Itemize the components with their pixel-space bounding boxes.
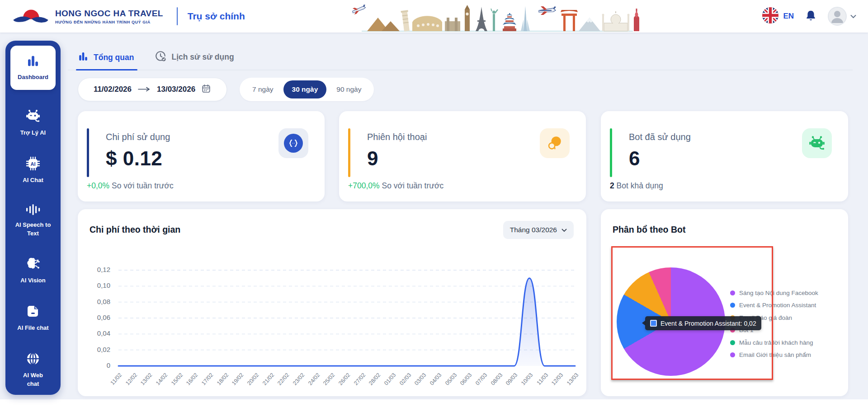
header-actions: EN [762, 0, 856, 33]
robot-icon [802, 128, 832, 158]
x-tick-label: 04/03 [425, 372, 443, 390]
sidebar-item-label: Trợ Lý AI [20, 129, 46, 137]
sidebar-nav: Dashboard Trợ Lý AI [5, 41, 61, 395]
tab-tong-quan[interactable]: Tổng quan [78, 51, 134, 64]
brand: HONG NGOC HA TRAVEL HƯỚNG ĐẾN NHỮNG HÀNH… [12, 3, 245, 30]
accent-bar [610, 128, 612, 177]
pie-tooltip: Event & Promotion Assistant: 0,02 [645, 316, 761, 330]
y-tick-label: 0,12 [85, 266, 110, 273]
compare-text: So với tuần trước [382, 181, 443, 190]
bar-chart-icon [78, 51, 89, 64]
x-tick-label: 14/02 [151, 372, 169, 390]
arrow-right-icon [137, 85, 151, 94]
accent-bar [87, 128, 89, 177]
brain-circuit-icon [26, 257, 40, 273]
panel-title: Chi phí theo thời gian [90, 225, 180, 235]
sidebar-item-label: AI File chat [17, 324, 48, 332]
legend-dot [730, 290, 735, 295]
x-tick-label: 02/03 [395, 372, 413, 390]
x-tick-label: 21/02 [258, 372, 276, 390]
legend-item[interactable]: Sáng tạo Nội dung Facebook [730, 288, 818, 298]
delta-value: +0,0% [87, 181, 109, 190]
bot-distribution-panel: Phân bổ theo Bot Sáng tạo Nội dung Faceb… [601, 209, 848, 396]
x-tick-label: 10/03 [517, 372, 534, 390]
sidebar-item-ai-chat[interactable]: AI AI Chat [23, 156, 43, 185]
legend-label: Sáng tạo Nội dung Facebook [739, 290, 818, 296]
chevron-down-icon [561, 226, 567, 234]
user-menu[interactable] [828, 7, 856, 26]
code-icon [278, 128, 308, 158]
stat-value: 9 [367, 147, 378, 170]
tooltip-text: Event & Promotion Assistant: 0,02 [660, 320, 756, 327]
language-label: EN [783, 12, 794, 21]
notification-bell-icon[interactable] [805, 9, 817, 23]
x-tick-label: 11/02 [106, 372, 123, 390]
period-30-days[interactable]: 30 ngày [283, 80, 327, 98]
avatar [828, 7, 847, 26]
sidebar-item-ai-speech-to-text[interactable]: AI Speech to Text [12, 204, 54, 238]
month-selector[interactable]: Tháng 03/2026 [503, 221, 574, 239]
delta-value: +700,0% [348, 181, 380, 190]
legend-dot [730, 352, 735, 357]
x-tick-label: 07/03 [471, 372, 489, 390]
x-tick-label: 18/02 [212, 372, 230, 390]
compare-text: So với tuần trước [112, 181, 174, 190]
stat-title: Chi phí sử dụng [106, 132, 170, 142]
tab-bar: Tổng quan Lịch sử sử dụng [68, 44, 853, 70]
language-switcher[interactable]: EN [762, 7, 794, 25]
x-tick-label: 27/02 [349, 372, 367, 390]
sidebar-item-ai-vision[interactable]: AI Vision [20, 257, 45, 285]
sidebar-item-ai-file-chat[interactable]: AI File chat [17, 304, 48, 332]
sidebar-item-label: AI Web chat [20, 371, 46, 389]
legend-dot [730, 340, 735, 345]
x-tick-label: 15/02 [167, 372, 184, 390]
ai-chip-icon: AI [26, 156, 40, 173]
x-tick-label: 06/03 [456, 372, 473, 390]
period-7-days[interactable]: 7 ngày [244, 80, 282, 98]
legend-dot [730, 303, 735, 308]
robot-icon [25, 109, 41, 125]
stat-card-sessions: Phiên hội thoại 9 +700,0% So với tuần tr… [339, 111, 586, 201]
calendar-icon [201, 84, 211, 95]
sidebar-item-label: AI Vision [20, 276, 45, 285]
x-tick-label: 09/03 [501, 372, 519, 390]
legend-item[interactable]: Event & Promotion Assistant [730, 300, 818, 311]
date-to: 13/03/2026 [157, 85, 195, 94]
y-tick-label: 0 [85, 361, 110, 369]
stat-value: 6 [629, 147, 640, 170]
sidebar-item-label: Dashboard [18, 73, 48, 82]
sidebar-item-dashboard[interactable]: Dashboard [10, 46, 56, 90]
legend-label: Email Giới thiệu sản phẩm [739, 351, 811, 358]
x-tick-label: 13/03 [562, 372, 580, 390]
panel-title: Phân bổ theo Bot [613, 225, 685, 235]
legend-item[interactable]: Email Giới thiệu sản phẩm [730, 350, 818, 360]
legend-item[interactable]: Mẫu câu trả lời khách hàng [730, 337, 818, 348]
x-tick-label: 19/02 [227, 372, 245, 390]
stat-footer: 2 Bot khả dụng [610, 181, 663, 191]
globe-icon [26, 351, 40, 368]
x-tick-label: 16/02 [182, 372, 199, 390]
sidebar-item-tro-ly-ai[interactable]: Trợ Lý AI [20, 109, 46, 137]
cost-over-time-panel: Chi phí theo thời gian Tháng 03/2026 00,… [78, 209, 586, 396]
sidebar-item-ai-web-chat[interactable]: AI Web chat [20, 351, 46, 389]
x-tick-label: 11/03 [532, 372, 550, 390]
x-tick-label: 23/02 [288, 372, 306, 390]
brand-name: HONG NGOC HA TRAVEL [55, 9, 163, 19]
stat-card-cost: Chi phí sử dụng $ 0.12 +0,0% So với tuần… [78, 111, 325, 201]
tab-label: Lịch sử sử dụng [171, 52, 234, 62]
stat-value: $ 0.12 [106, 147, 162, 170]
stat-title: Bot đã sử dụng [629, 132, 691, 142]
cost-line-chart [117, 263, 580, 370]
legend-label: Event & Promotion Assistant [739, 302, 816, 309]
date-from: 11/02/2026 [94, 85, 132, 94]
brand-text: HONG NGOC HA TRAVEL HƯỚNG ĐẾN NHỮNG HÀNH… [55, 9, 163, 24]
period-90-days[interactable]: 90 ngày [328, 80, 370, 98]
date-range-picker[interactable]: 11/02/2026 13/03/2026 [78, 78, 227, 101]
y-tick-label: 0,10 [85, 281, 110, 289]
x-tick-label: 12/03 [547, 372, 565, 390]
tab-lich-su-su-dung[interactable]: Lịch sử sử dụng [155, 50, 234, 64]
sidebar-item-label: AI Chat [23, 176, 43, 185]
x-tick-label: 28/02 [364, 372, 382, 390]
x-tick-label: 12/02 [121, 372, 139, 390]
stat-title: Phiên hội thoại [367, 132, 427, 142]
